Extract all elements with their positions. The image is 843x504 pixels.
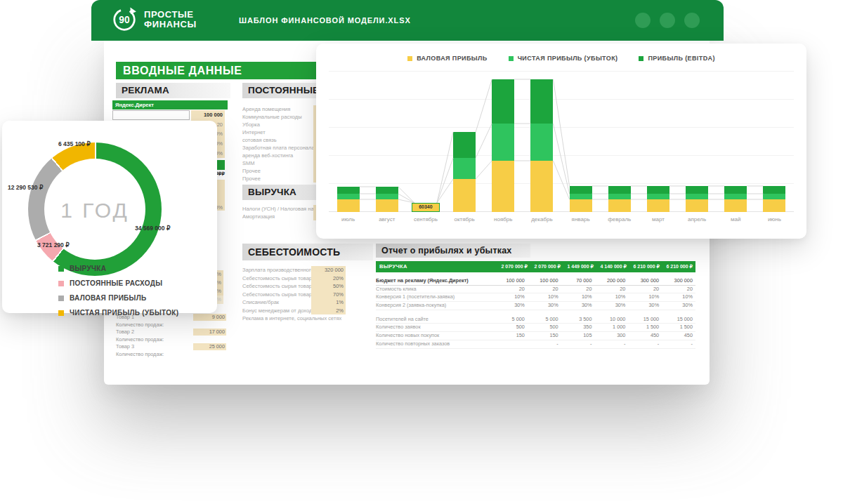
product-value-cell: 17 000 <box>193 329 226 336</box>
cost-row-label: Себестоимость сырья товар 1 <box>242 274 311 283</box>
pnl-cell: - <box>662 340 695 348</box>
fixed-costs-rows: Аренда помещенияКоммунальные расходыУбор… <box>242 105 313 183</box>
x-axis-label: январь <box>561 216 600 223</box>
bar-segment <box>530 79 553 124</box>
pnl-cell: 20 <box>494 286 528 293</box>
x-axis-label: август <box>367 216 406 223</box>
pnl-cell: 30% <box>528 302 561 310</box>
donut-segment-value-label: 12 290 530 ₽ <box>8 184 43 191</box>
product-value-cell: 9 000 <box>193 314 226 321</box>
pnl-row-label: Количество повторных заказов <box>376 340 494 348</box>
expense-row: аренда веб-хостинга <box>242 152 313 159</box>
x-axis-label: июль <box>329 216 367 223</box>
pnl-cell: 100 000 <box>528 277 561 285</box>
bar-segment <box>376 187 398 194</box>
legend-label: ЧИСТАЯ ПРИБЫЛЬ (УБЫТОК) <box>70 309 178 317</box>
pnl-row-label: Конверсия 1 (посетители-заявка) <box>376 293 494 301</box>
bar-segment <box>724 199 747 212</box>
bar-segment <box>376 194 398 199</box>
legend-label: ВАЛОВАЯ ПРИБЫЛЬ <box>417 55 488 62</box>
cost-row: Зарплата производственного пер320 000 <box>242 266 346 274</box>
pnl-cell: 15 000 <box>628 316 662 324</box>
donut-segment-value-label: 34 569 000 ₽ <box>135 225 170 232</box>
app-logo: 90 ПРОСТЫЕ ФИНАНСЫ <box>111 6 197 33</box>
legend-item: ВАЛОВАЯ ПРИБЫЛЬ <box>407 55 488 62</box>
page: 90 ПРОСТЫЕ ФИНАНСЫ ШАБЛОН ФИНАНСОВОЙ МОД… <box>0 0 843 504</box>
pnl-revenue-value: 2 070 000 ₽ <box>530 261 563 272</box>
expense-row: Заработная плата персонала А <box>242 144 313 152</box>
bar-segment <box>608 194 631 199</box>
x-axis-label: май <box>717 216 755 223</box>
bar-segment <box>570 186 592 194</box>
bar-annotation-label: 60340 <box>412 203 440 212</box>
pnl-cell: 30% <box>561 302 595 310</box>
revenue-row: Амортизация <box>242 213 313 220</box>
donut-legend-item: ЧИСТАЯ ПРИБЫЛЬ (УБЫТОК) <box>58 305 178 320</box>
pnl-revenue-value: 4 140 000 ₽ <box>596 261 629 272</box>
cost-row-value: 1% <box>311 298 346 307</box>
donut-legend-item: ПОСТОЯННЫЕ РАСХОДЫ <box>58 276 178 291</box>
sheet-title-banner: ВВОДНЫЕ ДАННЫЕ <box>116 62 323 79</box>
expense-row: Аренда помещения <box>242 105 313 113</box>
bar-segment <box>686 186 708 194</box>
cost-row-label: Реклама в интернете, социальных сетях <box>242 314 346 323</box>
pnl-cell: 500 <box>528 324 561 331</box>
cost-row: Списание/брак1% <box>242 298 346 307</box>
pnl-revenue-value: 1 449 000 ₽ <box>563 261 596 272</box>
bar-chart-plot: 60340 <box>329 72 794 212</box>
bar-segment <box>492 79 514 124</box>
pnl-cell: 450 <box>628 332 662 340</box>
pnl-cell: 1 000 <box>594 324 628 331</box>
product-qty-row: Количество продаж: <box>116 336 225 344</box>
pnl-cell: 30% <box>628 302 662 310</box>
product-value-cell: 25 000 <box>193 343 226 350</box>
reklama-value-cell: 100 000 <box>191 110 225 120</box>
pnl-row-label: Количество новых покупок <box>376 332 494 340</box>
sebestoimost-rows: Зарплата производственного пер320 000Себ… <box>242 266 346 323</box>
cost-row: Себестоимость сырья товар 150% <box>242 282 346 291</box>
pnl-row-label: Бюджет на рекламу (Яндекс.Директ) <box>376 277 494 285</box>
pnl-cell: 20 <box>561 286 595 293</box>
cost-row-label: Себестоимость сырья товар 1 <box>242 291 311 299</box>
pnl-row-label: Стоимость клика <box>376 286 494 293</box>
pnl-cell: 1 500 <box>662 324 695 331</box>
legend-swatch <box>58 266 64 272</box>
pnl-row: Конверсия 2 (заявка-покупка)30%30%30%30%… <box>376 302 695 310</box>
bar-segment <box>724 186 747 194</box>
bar-segment <box>570 194 592 199</box>
cost-row-value: 320 000 <box>311 266 346 274</box>
donut-legend-item: ВАЛОВАЯ ПРИБЫЛЬ <box>58 291 178 305</box>
bar-segment <box>686 194 708 199</box>
x-axis-label: март <box>639 216 677 223</box>
window-dot-icon[interactable] <box>684 13 700 28</box>
donut-segment-value-label: 6 435 100 ₽ <box>58 140 91 147</box>
pnl-cell: 10% <box>561 293 595 301</box>
bar-segment <box>686 199 708 212</box>
pnl-cell: 20 <box>528 286 561 293</box>
cost-row-value: 50% <box>311 282 346 291</box>
bar-segment <box>337 187 360 194</box>
input-cell[interactable] <box>112 110 190 120</box>
pnl-cell: 10% <box>494 293 528 301</box>
gridline <box>329 99 794 100</box>
pnl-cell: - <box>594 340 628 348</box>
x-axis-label: апрель <box>678 216 717 223</box>
pnl-revenue-label: ВЫРУЧКА <box>376 261 497 272</box>
pnl-row: Количество заявок5005003501 0001 5001 50… <box>376 324 695 332</box>
pnl-cell: 20 <box>628 286 662 293</box>
cost-row: Бонус менеджерам от доходов2% <box>242 307 346 315</box>
pnl-cell: 150 <box>494 332 528 340</box>
window-dot-icon[interactable] <box>635 13 651 28</box>
cost-row-value: 70% <box>311 291 346 299</box>
pnl-row-label: Конверсия 2 (заявка-покупка) <box>376 302 494 310</box>
bar-segment <box>453 158 476 179</box>
pnl-cell: 100 000 <box>494 277 528 285</box>
app-header: 90 ПРОСТЫЕ ФИНАНСЫ ШАБЛОН ФИНАНСОВОЙ МОД… <box>91 0 724 41</box>
pnl-cell: 150 <box>528 332 561 340</box>
product-row: Товар 325 000 <box>116 343 225 351</box>
cost-row-value: 2% <box>311 307 346 315</box>
donut-chart-card: 1 ГОД 34 569 000 ₽3 721 290 ₽12 290 530 … <box>2 121 217 313</box>
window-dot-icon[interactable] <box>660 13 675 28</box>
gridline <box>329 155 794 156</box>
donut-segment-value-label: 3 721 290 ₽ <box>37 241 70 248</box>
